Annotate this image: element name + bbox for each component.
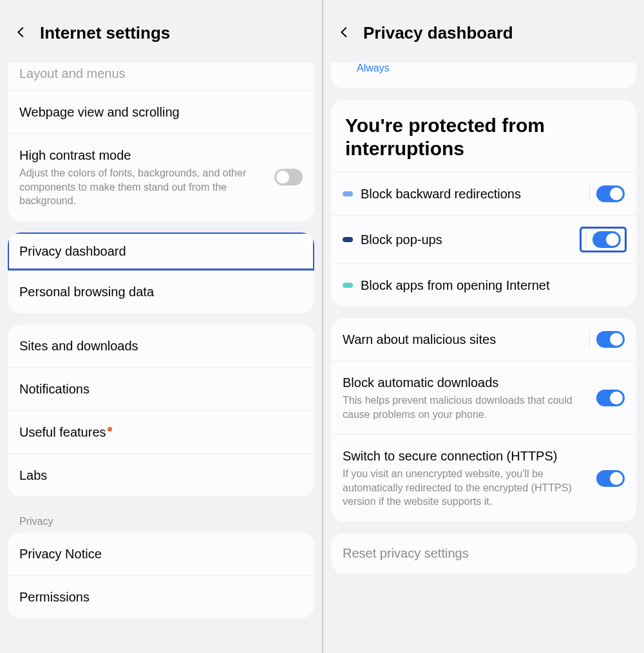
page-title: Privacy dashboard <box>363 23 513 43</box>
protected-heading: You're protected from interruptions <box>331 100 636 172</box>
row-label: Useful features <box>19 424 303 440</box>
card-more-privacy: Warn about malicious sites Block automat… <box>331 318 636 522</box>
divider-icon <box>589 331 590 348</box>
back-icon[interactable] <box>14 25 28 42</box>
row-label: Switch to secure connection (HTTPS) <box>343 448 589 464</box>
bullet-icon <box>343 237 353 242</box>
always-link[interactable]: Always <box>331 62 636 83</box>
toggle-wrap <box>582 229 625 251</box>
row-privacy-notice[interactable]: Privacy Notice <box>8 533 314 575</box>
new-feature-dot-icon <box>108 427 112 431</box>
bullet-icon <box>343 283 353 288</box>
toggle-wrap <box>589 185 625 202</box>
left-header: Internet settings <box>0 0 322 62</box>
toggle-wrap <box>589 331 625 348</box>
row-warn-malicious[interactable]: Warn about malicious sites <box>331 318 636 361</box>
card-privacy: Privacy dashboard Personal browsing data <box>8 232 314 313</box>
row-notifications[interactable]: Notifications <box>8 367 314 410</box>
row-https[interactable]: Switch to secure connection (HTTPS) If y… <box>331 434 636 522</box>
block-redirections-toggle[interactable] <box>596 185 625 202</box>
row-labs[interactable]: Labs <box>8 453 314 497</box>
card-privacy-notice: Privacy Notice Permissions <box>8 533 314 618</box>
row-sites-downloads[interactable]: Sites and downloads <box>8 325 314 367</box>
row-label: Notifications <box>19 381 303 397</box>
card-sites: Sites and downloads Notifications Useful… <box>8 325 314 497</box>
row-label: Warn about malicious sites <box>343 331 582 348</box>
row-desc: This helps prevent malicious downloads t… <box>343 393 589 421</box>
row-high-contrast[interactable]: High contrast mode Adjust the colors of … <box>8 133 314 221</box>
block-downloads-toggle[interactable] <box>596 390 625 406</box>
row-label: Block pop-ups <box>343 231 442 248</box>
divider-icon <box>589 185 590 202</box>
row-label: Permissions <box>19 589 303 605</box>
row-personal-browsing-data[interactable]: Personal browsing data <box>8 270 314 313</box>
divider-icon <box>585 231 586 248</box>
row-label: High contrast mode <box>19 147 267 164</box>
row-label: Privacy Notice <box>19 545 303 562</box>
card-protected: You're protected from interruptions Bloc… <box>331 100 636 307</box>
row-label: Webpage view and scrolling <box>19 104 303 120</box>
high-contrast-toggle[interactable] <box>274 169 303 185</box>
warn-malicious-toggle[interactable] <box>596 331 625 348</box>
row-permissions[interactable]: Permissions <box>8 575 314 618</box>
https-toggle[interactable] <box>596 470 625 487</box>
right-pane: Privacy dashboard Always You're protecte… <box>322 0 644 653</box>
card-display: Layout and menus Webpage view and scroll… <box>8 62 314 221</box>
block-popups-toggle[interactable] <box>592 231 621 248</box>
bullet-icon <box>343 191 353 196</box>
row-label: Personal browsing data <box>19 283 303 300</box>
right-header: Privacy dashboard <box>323 0 644 62</box>
row-label: Block automatic downloads <box>343 374 589 391</box>
row-reset-privacy[interactable]: Reset privacy settings <box>331 533 636 574</box>
row-useful-features[interactable]: Useful features <box>8 410 314 453</box>
row-label: Privacy dashboard <box>19 243 303 260</box>
row-block-downloads[interactable]: Block automatic downloads This helps pre… <box>331 361 636 434</box>
row-desc: Adjust the colors of fonts, backgrounds,… <box>19 166 267 208</box>
page-title: Internet settings <box>40 23 170 43</box>
card-always: Always <box>331 62 636 88</box>
partial-row-layout[interactable]: Layout and menus <box>8 62 314 90</box>
card-reset: Reset privacy settings <box>331 533 636 574</box>
row-webpage-view[interactable]: Webpage view and scrolling <box>8 90 314 133</box>
left-pane: Internet settings Layout and menus Webpa… <box>0 0 322 653</box>
back-icon[interactable] <box>337 25 352 42</box>
row-privacy-dashboard[interactable]: Privacy dashboard <box>8 232 314 270</box>
section-label-privacy: Privacy <box>0 508 322 533</box>
row-block-redirections[interactable]: Block backward redirections <box>331 172 636 215</box>
row-label: Sites and downloads <box>19 337 303 354</box>
row-block-apps[interactable]: Block apps from opening Internet <box>331 263 636 307</box>
row-desc: If you visit an unencrypted website, you… <box>343 467 589 509</box>
row-label: Block apps from opening Internet <box>343 277 550 294</box>
row-label: Block backward redirections <box>343 185 521 202</box>
row-label: Labs <box>19 467 303 484</box>
row-block-popups[interactable]: Block pop-ups <box>331 215 636 263</box>
